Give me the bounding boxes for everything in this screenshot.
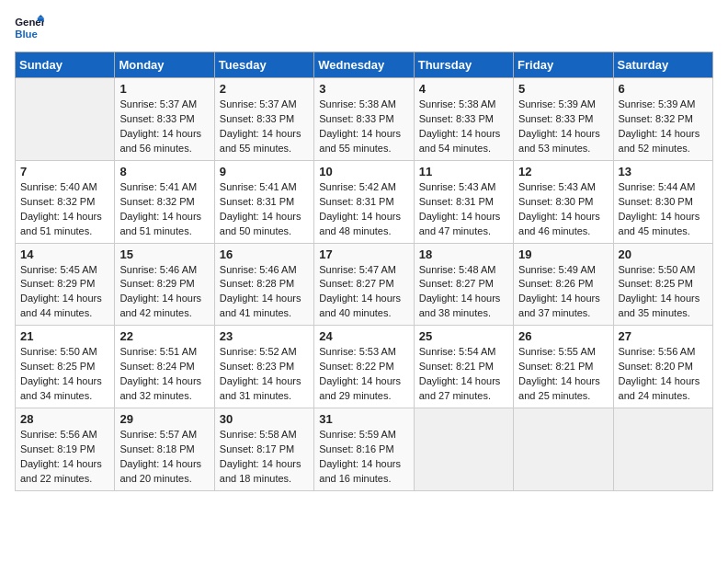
day-info: Sunrise: 5:43 AMSunset: 8:30 PMDaylight:… bbox=[518, 180, 608, 239]
day-info: Sunrise: 5:41 AMSunset: 8:32 PMDaylight:… bbox=[119, 180, 209, 239]
calendar-cell: 27Sunrise: 5:56 AMSunset: 8:20 PMDayligh… bbox=[613, 326, 712, 408]
calendar-cell: 22Sunrise: 5:51 AMSunset: 8:24 PMDayligh… bbox=[115, 326, 214, 408]
day-info: Sunrise: 5:50 AMSunset: 8:25 PMDaylight:… bbox=[20, 345, 109, 404]
day-info: Sunrise: 5:59 AMSunset: 8:16 PMDaylight:… bbox=[319, 428, 408, 487]
weekday-header-friday: Friday bbox=[514, 52, 613, 78]
day-number: 25 bbox=[419, 329, 508, 343]
day-info: Sunrise: 5:48 AMSunset: 8:27 PMDaylight:… bbox=[419, 263, 508, 322]
calendar-cell: 30Sunrise: 5:58 AMSunset: 8:17 PMDayligh… bbox=[214, 408, 313, 491]
day-number: 15 bbox=[119, 247, 209, 261]
calendar-cell: 31Sunrise: 5:59 AMSunset: 8:16 PMDayligh… bbox=[314, 408, 414, 491]
day-number: 11 bbox=[419, 165, 508, 178]
logo-icon: General Blue bbox=[15, 15, 44, 40]
day-info: Sunrise: 5:49 AMSunset: 8:26 PMDaylight:… bbox=[518, 263, 608, 322]
day-number: 28 bbox=[20, 412, 109, 426]
weekday-header-saturday: Saturday bbox=[613, 52, 712, 78]
calendar-cell: 19Sunrise: 5:49 AMSunset: 8:26 PMDayligh… bbox=[514, 243, 613, 326]
calendar-week-2: 7Sunrise: 5:40 AMSunset: 8:32 PMDaylight… bbox=[16, 160, 713, 243]
day-number: 26 bbox=[518, 329, 608, 343]
day-info: Sunrise: 5:56 AMSunset: 8:20 PMDaylight:… bbox=[619, 345, 708, 404]
calendar-cell: 13Sunrise: 5:44 AMSunset: 8:30 PMDayligh… bbox=[613, 160, 712, 243]
calendar-table: SundayMondayTuesdayWednesdayThursdayFrid… bbox=[15, 52, 713, 491]
day-number: 17 bbox=[319, 247, 408, 261]
calendar-cell: 15Sunrise: 5:46 AMSunset: 8:29 PMDayligh… bbox=[115, 243, 214, 326]
day-number: 19 bbox=[518, 247, 608, 261]
calendar-cell: 6Sunrise: 5:39 AMSunset: 8:32 PMDaylight… bbox=[613, 78, 712, 161]
calendar-cell: 3Sunrise: 5:38 AMSunset: 8:33 PMDaylight… bbox=[314, 78, 414, 161]
calendar-cell: 18Sunrise: 5:48 AMSunset: 8:27 PMDayligh… bbox=[414, 243, 513, 326]
calendar-cell: 28Sunrise: 5:56 AMSunset: 8:19 PMDayligh… bbox=[16, 408, 115, 491]
calendar-cell: 24Sunrise: 5:53 AMSunset: 8:22 PMDayligh… bbox=[314, 326, 414, 408]
day-number: 3 bbox=[319, 82, 408, 96]
day-number: 12 bbox=[518, 165, 608, 178]
day-info: Sunrise: 5:57 AMSunset: 8:18 PMDaylight:… bbox=[119, 428, 209, 487]
calendar-cell: 21Sunrise: 5:50 AMSunset: 8:25 PMDayligh… bbox=[16, 326, 115, 408]
day-number: 24 bbox=[319, 329, 408, 343]
calendar-cell: 20Sunrise: 5:50 AMSunset: 8:25 PMDayligh… bbox=[613, 243, 712, 326]
calendar-cell: 17Sunrise: 5:47 AMSunset: 8:27 PMDayligh… bbox=[314, 243, 414, 326]
calendar-cell: 11Sunrise: 5:43 AMSunset: 8:31 PMDayligh… bbox=[414, 160, 513, 243]
weekday-header-tuesday: Tuesday bbox=[214, 52, 313, 78]
day-info: Sunrise: 5:53 AMSunset: 8:22 PMDaylight:… bbox=[319, 345, 408, 404]
day-number: 7 bbox=[20, 165, 109, 178]
day-number: 27 bbox=[619, 329, 708, 343]
calendar-cell: 16Sunrise: 5:46 AMSunset: 8:28 PMDayligh… bbox=[214, 243, 313, 326]
day-number: 20 bbox=[619, 247, 708, 261]
calendar-cell bbox=[16, 78, 115, 161]
day-info: Sunrise: 5:46 AMSunset: 8:29 PMDaylight:… bbox=[119, 263, 209, 322]
calendar-cell bbox=[414, 408, 513, 491]
day-info: Sunrise: 5:55 AMSunset: 8:21 PMDaylight:… bbox=[518, 345, 608, 404]
day-number: 9 bbox=[220, 165, 309, 178]
day-info: Sunrise: 5:44 AMSunset: 8:30 PMDaylight:… bbox=[619, 180, 708, 239]
day-info: Sunrise: 5:43 AMSunset: 8:31 PMDaylight:… bbox=[419, 180, 508, 239]
day-number: 30 bbox=[220, 412, 309, 426]
day-info: Sunrise: 5:46 AMSunset: 8:28 PMDaylight:… bbox=[220, 263, 309, 322]
svg-text:Blue: Blue bbox=[15, 29, 38, 40]
calendar-cell bbox=[514, 408, 613, 491]
day-number: 23 bbox=[220, 329, 309, 343]
day-info: Sunrise: 5:38 AMSunset: 8:33 PMDaylight:… bbox=[319, 98, 408, 156]
day-number: 1 bbox=[119, 82, 209, 96]
calendar-cell: 23Sunrise: 5:52 AMSunset: 8:23 PMDayligh… bbox=[214, 326, 313, 408]
calendar-cell: 29Sunrise: 5:57 AMSunset: 8:18 PMDayligh… bbox=[115, 408, 214, 491]
calendar-cell: 10Sunrise: 5:42 AMSunset: 8:31 PMDayligh… bbox=[314, 160, 414, 243]
day-info: Sunrise: 5:39 AMSunset: 8:33 PMDaylight:… bbox=[518, 98, 608, 156]
day-number: 16 bbox=[220, 247, 309, 261]
day-info: Sunrise: 5:52 AMSunset: 8:23 PMDaylight:… bbox=[220, 345, 309, 404]
day-info: Sunrise: 5:41 AMSunset: 8:31 PMDaylight:… bbox=[220, 180, 309, 239]
calendar-week-1: 1Sunrise: 5:37 AMSunset: 8:33 PMDaylight… bbox=[16, 78, 713, 161]
day-number: 5 bbox=[518, 82, 608, 96]
day-number: 2 bbox=[220, 82, 309, 96]
calendar-cell: 8Sunrise: 5:41 AMSunset: 8:32 PMDaylight… bbox=[115, 160, 214, 243]
day-number: 6 bbox=[619, 82, 708, 96]
day-info: Sunrise: 5:58 AMSunset: 8:17 PMDaylight:… bbox=[220, 428, 309, 487]
day-number: 18 bbox=[419, 247, 508, 261]
calendar-cell: 9Sunrise: 5:41 AMSunset: 8:31 PMDaylight… bbox=[214, 160, 313, 243]
day-info: Sunrise: 5:37 AMSunset: 8:33 PMDaylight:… bbox=[119, 98, 209, 156]
day-info: Sunrise: 5:39 AMSunset: 8:32 PMDaylight:… bbox=[619, 98, 708, 156]
page-header: General Blue bbox=[15, 15, 713, 40]
day-info: Sunrise: 5:38 AMSunset: 8:33 PMDaylight:… bbox=[419, 98, 508, 156]
calendar-week-3: 14Sunrise: 5:45 AMSunset: 8:29 PMDayligh… bbox=[16, 243, 713, 326]
weekday-header-wednesday: Wednesday bbox=[314, 52, 414, 78]
day-number: 14 bbox=[20, 247, 109, 261]
calendar-cell: 2Sunrise: 5:37 AMSunset: 8:33 PMDaylight… bbox=[214, 78, 313, 161]
calendar-cell: 7Sunrise: 5:40 AMSunset: 8:32 PMDaylight… bbox=[16, 160, 115, 243]
calendar-cell: 14Sunrise: 5:45 AMSunset: 8:29 PMDayligh… bbox=[16, 243, 115, 326]
calendar-cell: 26Sunrise: 5:55 AMSunset: 8:21 PMDayligh… bbox=[514, 326, 613, 408]
day-number: 21 bbox=[20, 329, 109, 343]
calendar-week-4: 21Sunrise: 5:50 AMSunset: 8:25 PMDayligh… bbox=[16, 326, 713, 408]
calendar-cell: 12Sunrise: 5:43 AMSunset: 8:30 PMDayligh… bbox=[514, 160, 613, 243]
day-number: 13 bbox=[619, 165, 708, 178]
day-number: 31 bbox=[319, 412, 408, 426]
day-number: 4 bbox=[419, 82, 508, 96]
day-number: 29 bbox=[119, 412, 209, 426]
svg-marker-3 bbox=[38, 18, 44, 22]
weekday-header-sunday: Sunday bbox=[16, 52, 115, 78]
day-info: Sunrise: 5:56 AMSunset: 8:19 PMDaylight:… bbox=[20, 428, 109, 487]
logo: General Blue bbox=[15, 15, 44, 40]
day-number: 10 bbox=[319, 165, 408, 178]
calendar-cell: 4Sunrise: 5:38 AMSunset: 8:33 PMDaylight… bbox=[414, 78, 513, 161]
day-info: Sunrise: 5:42 AMSunset: 8:31 PMDaylight:… bbox=[319, 180, 408, 239]
calendar-cell: 5Sunrise: 5:39 AMSunset: 8:33 PMDaylight… bbox=[514, 78, 613, 161]
